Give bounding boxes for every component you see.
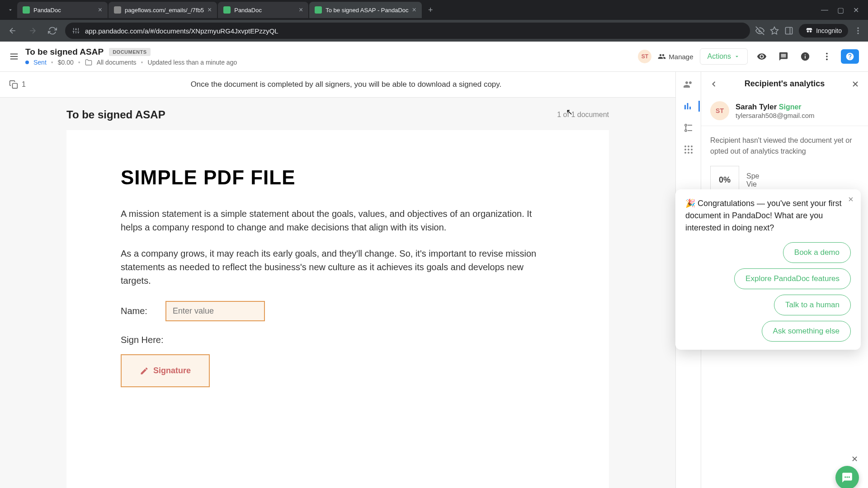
chat-dismiss-icon[interactable] <box>847 196 854 203</box>
help-button[interactable] <box>841 49 859 64</box>
separator: • <box>51 59 53 66</box>
document-page: SIMPLE PDF FILE A mission statement is a… <box>66 130 609 488</box>
bookmark-icon[interactable] <box>770 26 779 35</box>
sign-here-label: Sign Here: <box>121 335 164 345</box>
browser-tab-strip: PandaDoc × pageflows.com/_emails/_/7fb5 … <box>0 0 868 20</box>
stat-spent: Spe <box>746 172 759 180</box>
close-icon[interactable]: × <box>299 6 303 14</box>
document-title: To be signed ASAP <box>25 47 104 57</box>
svg-point-16 <box>857 30 859 31</box>
book-demo-button[interactable]: Book a demo <box>783 242 851 263</box>
recipient-avatar[interactable]: ST <box>638 50 651 63</box>
status-dot-icon <box>25 61 29 64</box>
svg-point-22 <box>826 56 828 57</box>
signature-field[interactable]: Signature <box>121 354 210 387</box>
manage-button[interactable]: Manage <box>658 52 693 61</box>
folder-name[interactable]: All documents <box>97 59 137 66</box>
site-settings-icon[interactable] <box>72 27 80 34</box>
rail-analytics-icon[interactable] <box>682 101 700 112</box>
chat-close-button[interactable]: ✕ <box>851 454 858 464</box>
panel-back-button[interactable] <box>709 80 718 89</box>
url-input[interactable]: app.pandadoc.com/a/#/documents/XNpzmyuRG… <box>65 23 750 39</box>
recipient-email: tylersarah508@gmail.com <box>736 112 814 119</box>
maximize-icon[interactable]: ▢ <box>837 6 844 14</box>
browser-menu-icon[interactable] <box>854 26 863 35</box>
rail-recipients-icon[interactable] <box>683 79 694 90</box>
separator: • <box>78 59 80 66</box>
svg-point-38 <box>691 152 693 154</box>
chevron-down-icon <box>734 53 740 60</box>
menu-button[interactable] <box>9 52 19 61</box>
incognito-badge[interactable]: Incognito <box>799 24 848 38</box>
svg-point-32 <box>691 145 693 147</box>
eye-off-icon[interactable] <box>755 26 764 35</box>
name-input[interactable] <box>165 301 265 321</box>
recipient-avatar: ST <box>710 101 729 120</box>
browser-tab[interactable]: PandaDoc × <box>218 2 308 18</box>
svg-point-25 <box>685 124 687 126</box>
svg-point-36 <box>684 152 686 154</box>
actions-dropdown[interactable]: Actions <box>700 48 748 65</box>
copy-icon <box>9 80 18 89</box>
document-price: $0.00 <box>58 59 74 66</box>
status-text: Sent <box>33 59 47 66</box>
back-button[interactable] <box>5 23 20 38</box>
panel-title: Recipient's analytics <box>725 79 844 89</box>
stat-viewed: Vie <box>746 180 759 188</box>
pdf-paragraph: A mission statement is a simple statemen… <box>121 207 555 234</box>
comments-button[interactable] <box>776 49 791 64</box>
document-heading: To be signed ASAP <box>66 108 165 121</box>
svg-point-33 <box>684 149 686 150</box>
url-text: app.pandadoc.com/a/#/documents/XNpzmyuRG… <box>85 27 278 35</box>
browser-toolbar: app.pandadoc.com/a/#/documents/XNpzmyuRG… <box>0 20 868 42</box>
rail-apps-icon[interactable] <box>683 144 694 155</box>
more-button[interactable] <box>819 49 835 64</box>
tab-list-dropdown[interactable] <box>4 7 17 13</box>
svg-point-30 <box>684 145 686 147</box>
tab-title: PandaDoc <box>234 7 295 14</box>
browser-tab[interactable]: pageflows.com/_emails/_/7fb5 × <box>108 2 217 18</box>
svg-point-43 <box>844 476 846 478</box>
chat-popup: 🎉 Congratulations — you've sent your fir… <box>675 189 861 350</box>
forward-button[interactable] <box>25 23 40 38</box>
minimize-icon[interactable]: — <box>821 6 828 14</box>
talk-to-human-button[interactable]: Talk to a human <box>774 295 851 315</box>
people-icon <box>658 52 666 61</box>
svg-point-17 <box>857 33 859 34</box>
ask-something-button[interactable]: Ask something else <box>762 321 851 342</box>
close-icon[interactable]: × <box>98 6 102 14</box>
info-button[interactable] <box>797 49 813 64</box>
analytics-panel: Recipient's analytics ST Sarah Tyler Sig… <box>701 72 868 488</box>
tab-favicon <box>114 6 121 14</box>
rail-timeline-icon[interactable] <box>683 122 694 133</box>
svg-point-34 <box>688 149 689 150</box>
info-message: Once the document is completed by all si… <box>26 80 666 89</box>
reload-button[interactable] <box>45 23 60 38</box>
folder-icon <box>85 59 92 66</box>
svg-point-26 <box>685 130 687 131</box>
chat-fab[interactable] <box>835 466 859 488</box>
new-tab-button[interactable]: + <box>423 5 439 15</box>
side-panel-icon[interactable] <box>784 26 793 35</box>
svg-point-37 <box>688 152 689 154</box>
svg-point-35 <box>691 149 693 150</box>
preview-button[interactable] <box>754 49 769 64</box>
close-icon[interactable]: × <box>412 6 416 14</box>
close-icon[interactable]: × <box>208 6 212 14</box>
app-header: To be signed ASAP DOCUMENTS Sent • $0.00… <box>0 42 868 72</box>
browser-tab-active[interactable]: To be signed ASAP - PandaDoc × <box>309 2 422 18</box>
tab-title: To be signed ASAP - PandaDoc <box>326 7 408 14</box>
explore-features-button[interactable]: Explore PandaDoc features <box>734 268 851 289</box>
svg-point-21 <box>826 53 828 55</box>
panel-close-button[interactable] <box>851 80 860 89</box>
svg-point-45 <box>849 476 850 478</box>
document-badge: DOCUMENTS <box>109 48 150 56</box>
main-content: 1 Once the document is completed by all … <box>0 72 675 488</box>
tab-favicon <box>223 6 231 14</box>
separator: • <box>141 59 143 66</box>
updated-text: Updated less than a minute ago <box>148 59 237 66</box>
close-window-icon[interactable]: ✕ <box>853 6 859 14</box>
document-scroll[interactable]: To be signed ASAP 1 of 1 document SIMPLE… <box>0 98 675 488</box>
page-count[interactable]: 1 <box>9 80 26 89</box>
browser-tab[interactable]: PandaDoc × <box>17 2 108 18</box>
